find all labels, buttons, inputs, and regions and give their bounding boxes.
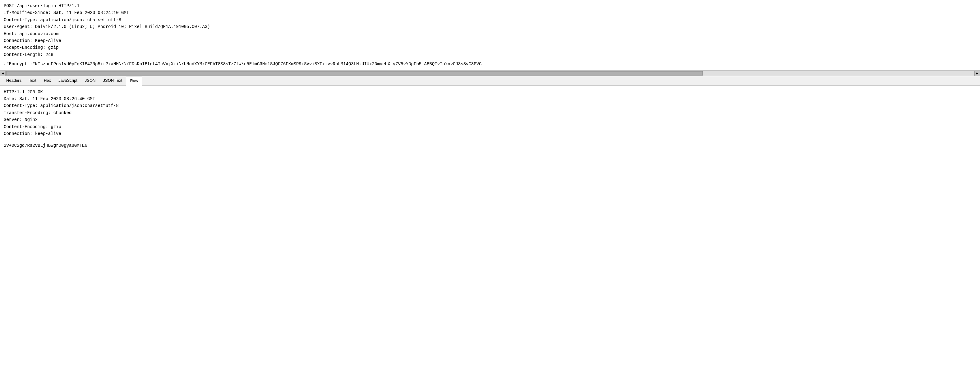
response-section: HTTP/1.1 200 OK Date: Sat, 11 Feb 2023 0… xyxy=(0,86,980,152)
horizontal-scrollbar[interactable]: ◀ ▶ xyxy=(0,70,980,76)
encrypted-body: {"Encrypt":"NIszaqFPos1vd0pFqKIB42Np5itP… xyxy=(4,61,976,67)
request-lines: POST /api/user/login HTTP/1.1 If-Modifie… xyxy=(4,3,976,58)
tab-text[interactable]: Text xyxy=(25,76,40,85)
tab-raw[interactable]: Raw xyxy=(126,76,142,86)
response-line-5: Server: Nginx xyxy=(4,116,976,123)
response-line-3: Content-Type: application/json;charset=u… xyxy=(4,102,976,109)
request-section: POST /api/user/login HTTP/1.1 If-Modifie… xyxy=(0,0,980,70)
request-line-7: Accept-Encoding: gzip xyxy=(4,44,976,51)
tab-json[interactable]: JSON xyxy=(81,76,99,85)
response-line-7: Connection: keep-alive xyxy=(4,130,976,137)
scroll-left-arrow[interactable]: ◀ xyxy=(0,70,6,76)
response-line-1: HTTP/1.1 200 OK xyxy=(4,89,976,96)
response-line-2: Date: Sat, 11 Feb 2023 08:26:40 GMT xyxy=(4,96,976,102)
request-line-2: If-Modified-Since: Sat, 11 Feb 2023 08:2… xyxy=(4,10,976,16)
tab-headers[interactable]: Headers xyxy=(3,76,25,85)
tab-javascript[interactable]: JavaScript xyxy=(55,76,81,85)
request-line-4: User-Agent: Dalvik/2.1.0 (Linux; U; Andr… xyxy=(4,23,976,30)
tab-json-text[interactable]: JSON Text xyxy=(99,76,126,85)
scrollbar-track[interactable] xyxy=(6,71,974,75)
request-line-1: POST /api/user/login HTTP/1.1 xyxy=(4,3,976,10)
response-body: 2v+DC2gq7Rs2vBLjHBwgrO0gyauGMTE6 xyxy=(4,142,976,149)
request-line-6: Connection: Keep-Alive xyxy=(4,37,976,44)
tabs-bar: Headers Text Hex JavaScript JSON JSON Te… xyxy=(0,76,980,86)
scrollbar-thumb[interactable] xyxy=(6,71,703,75)
scroll-right-arrow[interactable]: ▶ xyxy=(974,70,980,76)
request-line-8: Content-Length: 248 xyxy=(4,51,976,58)
response-line-4: Transfer-Encoding: chunked xyxy=(4,109,976,116)
response-lines: HTTP/1.1 200 OK Date: Sat, 11 Feb 2023 0… xyxy=(4,89,976,137)
response-line-6: Content-Encoding: gzip xyxy=(4,123,976,130)
tab-hex[interactable]: Hex xyxy=(40,76,55,85)
request-line-3: Content-Type: application/json; charset=… xyxy=(4,16,976,23)
request-line-5: Host: api.dodovip.com xyxy=(4,30,976,37)
